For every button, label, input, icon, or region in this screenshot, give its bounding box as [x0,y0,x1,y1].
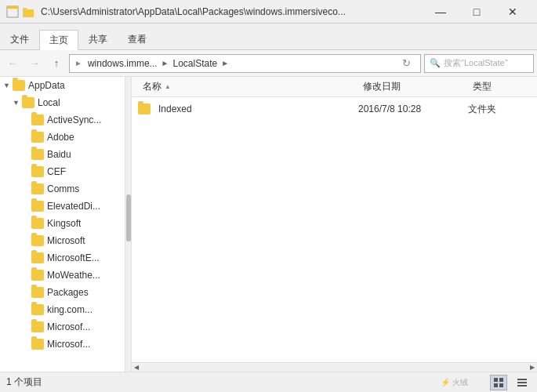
sidebar-item-adobe[interactable]: ► Adobe [0,129,125,146]
title-bar-folder-icon [22,5,34,18]
sidebar-item-label-appdata: AppData [28,80,65,91]
grid-view-icon [493,377,504,388]
folder-icon-microsof2 [31,339,44,350]
tab-home[interactable]: 主页 [39,30,78,50]
sidebar-item-appdata[interactable]: ▼ AppData [0,77,125,94]
list-view-icon [517,377,528,388]
col-header-date[interactable]: 修改日期 [358,77,468,96]
horizontal-scrollbar[interactable]: ◀ ▶ [132,362,537,372]
sidebar-item-kingcom[interactable]: ► king.com... [0,301,125,318]
h-scroll-right-button[interactable]: ▶ [528,363,537,372]
address-bar[interactable]: ► windows.imme... ► LocalState ► ↻ [69,54,421,73]
sidebar-item-label-microsoft: Microsoft [47,235,85,246]
sidebar-item-local[interactable]: ▼ Local [0,94,125,111]
sidebar: ▼ AppData ▼ Local ► ActiveSync... ► Adob… [0,77,125,372]
sidebar-item-label-baidu: Baidu [47,149,71,160]
col-header-type[interactable]: 类型 [468,77,531,96]
folder-icon-activesync [31,114,44,125]
expand-arrow-appdata: ▼ [3,82,13,89]
svg-rect-2 [494,378,498,382]
folder-icon-elevateddi [31,201,44,212]
sidebar-item-label-microsof1: Microsof... [47,321,90,332]
tab-share[interactable]: 共享 [78,29,118,49]
sidebar-item-label-kingsoft: Kingsoft [47,218,81,229]
sidebar-item-label-elevateddi: ElevatedDi... [47,201,100,212]
search-placeholder: 搜索"LocalState" [444,57,508,69]
tab-view[interactable]: 查看 [118,29,157,49]
minimize-button[interactable]: — [423,0,459,24]
view-grid-button[interactable] [490,375,507,390]
h-scroll-track[interactable] [141,365,528,371]
folder-icon-baidu [31,149,44,160]
title-bar-system-icons [6,5,34,18]
window-controls: — □ ✕ [423,0,531,24]
file-name-cell: Indexed [138,103,358,114]
tab-file[interactable]: 文件 [0,29,39,49]
folder-icon-cef [31,166,44,177]
svg-rect-6 [517,379,527,380]
title-bar-path: C:\Users\Administrator\AppData\Local\Pac… [41,6,423,17]
up-button[interactable]: ↑ [47,54,66,73]
search-box[interactable]: 🔍 搜索"LocalState" [424,54,534,73]
sidebar-item-packages[interactable]: ► Packages [0,284,125,301]
back-button[interactable]: ← [3,54,22,73]
file-date-cell: 2016/7/8 10:28 [358,103,468,114]
sidebar-item-microsoft[interactable]: ► Microsoft [0,232,125,249]
file-list: Indexed 2016/7/8 10:28 文件夹 [132,97,537,362]
table-row[interactable]: Indexed 2016/7/8 10:28 文件夹 [132,99,537,119]
svg-rect-7 [517,382,527,383]
sidebar-item-label-local: Local [38,97,60,108]
sidebar-item-microsof2[interactable]: ► Microsof... [0,336,125,353]
sidebar-item-elevateddi[interactable]: ► ElevatedDi... [0,198,125,215]
maximize-button[interactable]: □ [459,0,495,24]
view-list-button[interactable] [513,375,531,390]
svg-rect-1 [7,6,18,9]
sidebar-item-moweathe[interactable]: ► MoWeathe... [0,267,125,284]
sidebar-item-cef[interactable]: ► CEF [0,163,125,180]
sidebar-item-label-activesync: ActiveSync... [47,114,101,125]
sidebar-item-label-adobe: Adobe [47,132,74,143]
content-area: 名称 ▲ 修改日期 类型 Indexed 2016/7/8 10:28 文件夹 [132,77,537,372]
svg-rect-5 [499,383,503,387]
col-header-type-label: 类型 [473,80,492,93]
breadcrumb: windows.imme... ► LocalState ► [85,57,229,70]
status-bar: 1 个项目 ⚡ 火绒 [0,372,537,392]
sidebar-item-label-moweathe: MoWeathe... [47,270,100,281]
sidebar-scrollbar[interactable] [125,77,132,372]
forward-button[interactable]: → [25,54,44,73]
crumb-windows-imme[interactable]: windows.imme... [85,57,160,70]
sort-arrow-name: ▲ [165,83,171,90]
search-icon: 🔍 [430,58,441,68]
folder-icon-microsoft [31,235,44,246]
svg-rect-4 [494,383,498,387]
sidebar-item-activesync[interactable]: ► ActiveSync... [0,111,125,129]
refresh-button[interactable]: ↻ [397,54,415,73]
sidebar-item-baidu[interactable]: ► Baidu [0,146,125,163]
sidebar-item-microsof1[interactable]: ► Microsof... [0,318,125,336]
sidebar-item-kingsoft[interactable]: ► Kingsoft [0,215,125,232]
sidebar-item-comms[interactable]: ► Comms [0,180,125,198]
close-button[interactable]: ✕ [495,0,531,24]
sidebar-item-microsofte[interactable]: ► MicrosoftE... [0,249,125,267]
main-area: ▼ AppData ▼ Local ► ActiveSync... ► Adob… [0,77,537,372]
column-headers: 名称 ▲ 修改日期 类型 [132,77,537,97]
ribbon-tabs: 文件 主页 共享 查看 [0,24,157,49]
expand-arrow-local: ▼ [13,99,22,107]
file-name: Indexed [158,103,192,114]
h-scroll-left-button[interactable]: ◀ [132,363,141,372]
sidebar-item-label-comms: Comms [47,183,79,194]
file-type-cell: 文件夹 [468,103,531,116]
col-header-date-label: 修改日期 [363,80,401,93]
title-bar: C:\Users\Administrator\AppData\Local\Pac… [0,0,537,24]
col-header-name[interactable]: 名称 ▲ [138,77,358,96]
status-right: ⚡ 火绒 [441,375,531,390]
sidebar-item-label-packages: Packages [47,287,89,298]
scrollbar-thumb[interactable] [126,194,131,241]
watermark-logo: ⚡ 火绒 [441,377,468,388]
folder-icon-comms [31,183,44,194]
crumb-localstate[interactable]: LocalState [171,57,220,70]
crumb-arrow-1: ► [161,59,169,67]
folder-icon-kingsoft [31,218,44,229]
sidebar-item-label-microsof2: Microsof... [47,339,90,350]
folder-icon-moweathe [31,270,44,281]
